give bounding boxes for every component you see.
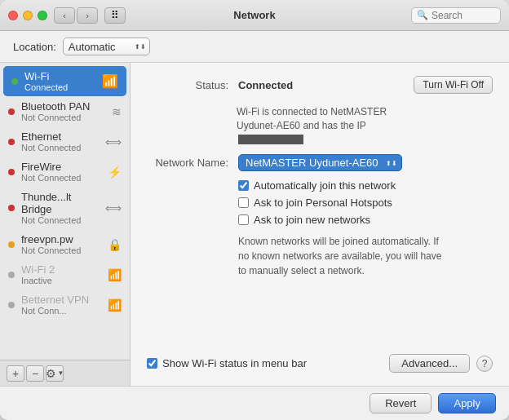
- checkbox-personal-hotspot-row: Ask to join Personal Hotspots: [238, 197, 493, 209]
- bottom-bar: Revert Apply: [0, 386, 509, 420]
- search-box[interactable]: 🔍: [411, 7, 501, 24]
- wifi-name: Wi-Fi: [24, 70, 95, 82]
- location-bar: Location: Automatic Edit Locations...: [0, 31, 509, 63]
- sidebar-item-betternet[interactable]: Betternet VPN Not Conn... 📶: [0, 290, 130, 320]
- redacted-ip: [238, 135, 303, 144]
- wifi-icon: 📶: [102, 73, 118, 89]
- ethernet-name: Ethernet: [21, 130, 99, 143]
- betternet-status-dot: [8, 302, 15, 308]
- sidebar-item-bluetooth[interactable]: Bluetooth PAN Not Connected ≋: [0, 96, 130, 126]
- sidebar-item-freevpn[interactable]: freevpn.pw Not Connected 🔒: [0, 229, 130, 259]
- sidebar-list: Wi-Fi Connected 📶 Bluetooth PAN Not Conn…: [0, 63, 130, 360]
- sidebar-item-wifi2[interactable]: Wi-Fi 2 Inactive 📶: [0, 259, 130, 290]
- add-network-button[interactable]: +: [7, 365, 24, 382]
- titlebar: ‹ › ⠿ Network 🔍: [0, 0, 509, 31]
- bluetooth-info: Bluetooth PAN Not Connected: [21, 100, 105, 122]
- betternet-info: Betternet VPN Not Conn...: [21, 294, 101, 316]
- help-button[interactable]: ?: [476, 356, 493, 372]
- status-value: Connected: [238, 79, 293, 91]
- minimize-button[interactable]: [23, 11, 33, 20]
- wifi-status-dot: [11, 78, 18, 85]
- bluetooth-status-dot: [8, 108, 15, 115]
- location-select[interactable]: Automatic Edit Locations...: [63, 38, 150, 55]
- wifi-status: Connected: [24, 82, 95, 92]
- sidebar-item-ethernet[interactable]: Ethernet Not Connected ⟺: [0, 126, 130, 157]
- wifi2-name: Wi-Fi 2: [21, 263, 101, 276]
- firewire-icon: ⚡: [108, 166, 122, 179]
- sidebar-item-firewire[interactable]: FireWire Not Connected ⚡: [0, 157, 130, 187]
- thunderbolt-info: Thunde...lt Bridge Not Connected: [21, 191, 99, 225]
- remove-network-button[interactable]: −: [26, 365, 44, 382]
- apply-button[interactable]: Apply: [438, 393, 496, 413]
- firewire-status-dot: [8, 169, 15, 175]
- checkbox-new-networks-row: Ask to join new networks: [238, 214, 493, 226]
- show-wifi-row: Show Wi-Fi status in menu bar: [147, 357, 307, 369]
- checkbox-auto-join-row: Automatically join this network: [238, 179, 493, 192]
- wifi-info: Wi-Fi Connected: [24, 70, 95, 92]
- freevpn-info: freevpn.pw Not Connected: [21, 233, 101, 255]
- main-area: Wi-Fi Connected 📶 Bluetooth PAN Not Conn…: [0, 63, 509, 386]
- info-text: Known networks will be joined automatica…: [238, 234, 450, 278]
- wifi2-status-dot: [8, 272, 15, 278]
- thunderbolt-name: Thunde...lt Bridge: [21, 191, 99, 215]
- traffic-lights: [8, 11, 47, 20]
- location-select-wrapper: Automatic Edit Locations...: [63, 38, 150, 55]
- checkboxes: Automatically join this network Ask to j…: [238, 179, 493, 226]
- new-networks-checkbox[interactable]: [238, 214, 249, 225]
- settings-button[interactable]: ⚙ ▼: [46, 365, 64, 382]
- ethernet-status: Not Connected: [21, 143, 99, 153]
- back-button[interactable]: ‹: [54, 7, 75, 24]
- search-input[interactable]: [432, 10, 497, 21]
- wifi2-info: Wi-Fi 2 Inactive: [21, 263, 101, 285]
- window-title: Network: [233, 9, 275, 21]
- status-info-content: Wi-Fi is connected to NetMASTER Uydunet-…: [237, 106, 387, 131]
- turn-wifi-button[interactable]: Turn Wi-Fi Off: [414, 76, 493, 94]
- auto-join-checkbox[interactable]: [238, 180, 249, 191]
- ethernet-status-dot: [8, 139, 15, 145]
- grid-icon: ⠿: [111, 9, 119, 21]
- betternet-name: Betternet VPN: [21, 294, 101, 306]
- search-icon: 🔍: [417, 10, 428, 20]
- ethernet-icon: ⟺: [105, 135, 122, 148]
- network-select-wrapper: NetMASTER Uydunet-AE60: [238, 154, 402, 171]
- sidebar-toolbar: + − ⚙ ▼: [0, 360, 130, 386]
- revert-button[interactable]: Revert: [370, 393, 432, 413]
- auto-join-label[interactable]: Automatically join this network: [254, 179, 396, 192]
- forward-button[interactable]: ›: [77, 7, 98, 24]
- status-info-text: Wi-Fi is connected to NetMASTER Uydunet-…: [237, 105, 416, 146]
- betternet-icon: 📶: [108, 298, 122, 312]
- firewire-info: FireWire Not Connected: [21, 161, 101, 183]
- right-panel: Status: Connected Turn Wi-Fi Off Wi-Fi i…: [131, 63, 509, 386]
- network-window: ‹ › ⠿ Network 🔍 Location: Automatic Edit…: [0, 0, 509, 420]
- bluetooth-icon: ≋: [112, 105, 122, 118]
- freevpn-icon: 🔒: [108, 238, 122, 251]
- personal-hotspot-label[interactable]: Ask to join Personal Hotspots: [254, 197, 392, 209]
- sidebar-item-wifi[interactable]: Wi-Fi Connected 📶: [3, 66, 126, 96]
- freevpn-name: freevpn.pw: [21, 233, 101, 245]
- ethernet-info: Ethernet Not Connected: [21, 130, 99, 153]
- firewire-status: Not Connected: [21, 173, 101, 183]
- thunderbolt-status: Not Connected: [21, 215, 99, 225]
- bottom-options: Show Wi-Fi status in menu bar Advanced..…: [147, 347, 493, 373]
- grid-button[interactable]: ⠿: [104, 7, 126, 24]
- close-button[interactable]: [8, 11, 18, 20]
- status-label: Status:: [147, 79, 228, 91]
- bluetooth-name: Bluetooth PAN: [21, 100, 105, 113]
- minus-icon: −: [32, 367, 38, 380]
- show-wifi-checkbox[interactable]: [147, 358, 157, 369]
- show-wifi-label[interactable]: Show Wi-Fi status in menu bar: [162, 357, 307, 369]
- firewire-name: FireWire: [21, 161, 101, 173]
- sidebar-item-thunderbolt[interactable]: Thunde...lt Bridge Not Connected ⟺: [0, 187, 130, 229]
- new-networks-label[interactable]: Ask to join new networks: [254, 214, 370, 226]
- maximize-button[interactable]: [38, 11, 47, 20]
- network-name-row: Network Name: NetMASTER Uydunet-AE60: [147, 154, 493, 171]
- status-info-row: Wi-Fi is connected to NetMASTER Uydunet-…: [155, 105, 493, 146]
- nav-buttons: ‹ ›: [54, 7, 98, 24]
- personal-hotspot-checkbox[interactable]: [238, 197, 249, 208]
- betternet-status: Not Conn...: [21, 306, 101, 316]
- advanced-button[interactable]: Advanced...: [389, 354, 470, 373]
- thunderbolt-icon: ⟺: [105, 201, 122, 214]
- location-label: Location:: [13, 41, 56, 53]
- network-select[interactable]: NetMASTER Uydunet-AE60: [238, 154, 402, 171]
- status-row: Status: Connected Turn Wi-Fi Off: [147, 76, 493, 94]
